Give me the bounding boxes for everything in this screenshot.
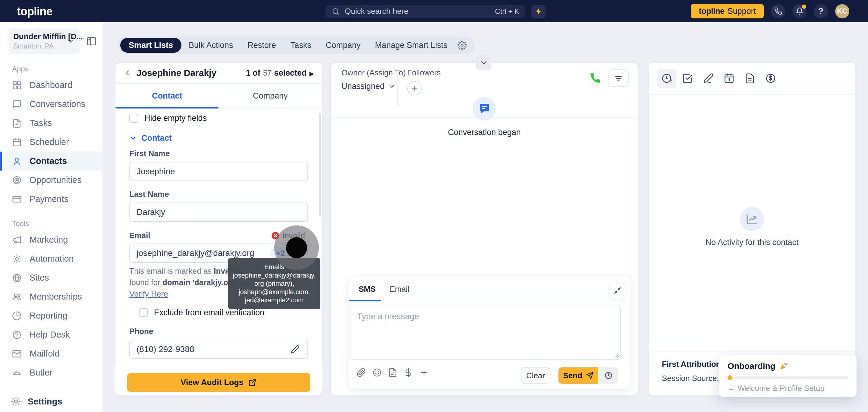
template-icon[interactable] — [388, 368, 398, 377]
add-more-icon[interactable] — [419, 368, 429, 377]
tab-bulk-actions[interactable]: Bulk Actions — [181, 41, 240, 50]
help-button[interactable]: ? — [814, 4, 828, 19]
sidebar-item-tasks[interactable]: Tasks — [0, 114, 102, 133]
notifications-button[interactable] — [792, 4, 807, 19]
sidebar-item-scheduler[interactable]: Scheduler — [0, 133, 102, 152]
payment-request-icon[interactable] — [404, 368, 413, 377]
sidebar-collapse-button[interactable] — [86, 36, 97, 47]
quick-actions-button[interactable] — [531, 5, 546, 18]
minimize-composer-button[interactable] — [609, 282, 626, 299]
quick-search-input[interactable]: Quick search here Ctrl + K — [326, 5, 525, 18]
dashboard-icon — [12, 81, 22, 90]
sidebar-item-marketing[interactable]: Marketing — [0, 230, 102, 249]
dollar-circle-icon — [765, 73, 776, 84]
support-button[interactable]: topline Support — [691, 4, 764, 19]
hide-empty-fields-toggle[interactable]: Hide empty fields — [129, 114, 308, 123]
help-icon: ? — [818, 6, 824, 16]
tab-email[interactable]: Email — [390, 277, 409, 301]
tab-contact-company[interactable]: Company — [219, 84, 322, 108]
sidebar-item-label: Memberships — [30, 292, 82, 302]
notification-dot — [802, 4, 806, 9]
tab-sms[interactable]: SMS — [359, 277, 375, 301]
back-chevron-icon[interactable] — [123, 69, 132, 77]
audit-button-label: View Audit Logs — [181, 378, 244, 387]
conversation-empty-label: Conversation began — [331, 128, 638, 137]
workspace-selector[interactable]: Dunder Mifflin [D... Scranton, PA — [8, 28, 80, 54]
sidebar-item-sites[interactable]: Sites — [0, 268, 102, 287]
divider — [649, 94, 855, 95]
sidebar-item-label: Opportunities — [30, 175, 82, 185]
sidebar-item-reporting[interactable]: Reporting — [0, 306, 102, 325]
owner-dropdown[interactable]: Unassigned — [341, 82, 406, 91]
tools-section-label: Tools — [12, 219, 102, 228]
activity-tasks-tab[interactable] — [678, 69, 697, 88]
contact-name: Josephine Darakjy — [136, 68, 246, 78]
app-logo: topline — [17, 5, 53, 18]
tab-contact[interactable]: Contact — [116, 84, 219, 108]
invalid-icon — [271, 231, 280, 240]
first-name-field[interactable] — [129, 162, 308, 181]
sidebar-item-opportunities[interactable]: Opportunities — [0, 170, 102, 190]
tab-manage-smart-lists[interactable]: Manage Smart Lists — [368, 41, 455, 50]
more-emails-pill[interactable]: +2 — [271, 247, 290, 259]
sidebar-item-butler[interactable]: Butler — [0, 363, 102, 382]
contact-panel-scrollbar[interactable] — [319, 113, 321, 216]
mail-icon — [12, 349, 22, 359]
emoji-icon[interactable] — [372, 368, 382, 377]
onboarding-step-link[interactable]: → Welcome & Profile Setup — [727, 384, 848, 393]
sidebar-item-dashboard[interactable]: Dashboard — [0, 76, 102, 95]
hide-empty-checkbox[interactable] — [129, 114, 138, 123]
activity-payments-tab[interactable] — [761, 69, 780, 88]
sidebar-item-automation[interactable]: Automation — [0, 249, 102, 268]
conversation-filter-button[interactable] — [608, 69, 629, 87]
send-icon — [586, 372, 594, 379]
schedule-send-button[interactable] — [598, 368, 618, 384]
message-input[interactable] — [350, 306, 621, 360]
sidebar-item-help-desk[interactable]: Help Desk — [0, 325, 102, 344]
sidebar-item-conversations[interactable]: Conversations — [0, 95, 102, 114]
sidebar-item-mailfold[interactable]: Mailfold — [0, 344, 102, 363]
attachment-icon[interactable] — [356, 368, 366, 377]
tab-tasks[interactable]: Tasks — [283, 41, 318, 50]
send-button[interactable]: Send — [558, 368, 598, 384]
clear-button[interactable]: Clear — [521, 368, 550, 384]
sidebar-item-label: Help Desk — [30, 330, 70, 340]
view-audit-logs-button[interactable]: View Audit Logs — [127, 373, 310, 392]
exclude-verification-checkbox[interactable] — [139, 308, 148, 317]
phone-field[interactable] — [129, 340, 308, 359]
tab-company[interactable]: Company — [318, 41, 368, 50]
exclude-verification-toggle[interactable]: Exclude from email verification — [129, 308, 308, 317]
user-avatar[interactable]: KC — [835, 4, 849, 19]
tab-restore[interactable]: Restore — [240, 41, 283, 50]
activity-notes-tab[interactable] — [699, 69, 718, 88]
document-icon — [744, 73, 755, 84]
active-tab-underline — [116, 107, 218, 108]
tab-smart-lists[interactable]: Smart Lists — [120, 38, 181, 53]
sidebar-item-memberships[interactable]: Memberships — [0, 287, 102, 306]
next-contact-icon[interactable]: ▶ — [310, 70, 314, 77]
edit-phone-icon[interactable] — [290, 345, 300, 354]
add-follower-button[interactable] — [407, 81, 422, 96]
workspace-name: Dunder Mifflin [D... — [13, 32, 65, 41]
sidebar-item-contacts[interactable]: Contacts — [0, 152, 102, 170]
filter-icon — [614, 73, 623, 83]
call-contact-button[interactable] — [590, 72, 601, 84]
exclude-verification-label: Exclude from email verification — [154, 308, 264, 317]
contact-section-label: Contact — [141, 133, 172, 143]
contact-pagination[interactable]: 1 of 57 selected ▶ — [246, 68, 314, 78]
sidebar-item-settings[interactable]: Settings — [0, 393, 102, 410]
conversations-icon — [12, 99, 22, 109]
pagination-suffix: selected — [274, 68, 307, 78]
sidebar-item-payments[interactable]: Payments — [0, 190, 102, 209]
activity-documents-tab[interactable] — [740, 69, 760, 88]
sidebar-item-label: Mailfold — [30, 349, 60, 359]
workspace-location: Scranton, PA — [13, 42, 65, 50]
last-name-field[interactable] — [129, 202, 308, 222]
contact-fields-scroll-area[interactable]: Hide empty fields Contact First Name Las… — [116, 108, 322, 368]
dialer-button[interactable] — [771, 4, 785, 19]
activity-appointments-tab[interactable] — [719, 69, 739, 88]
activity-history-tab[interactable] — [657, 69, 676, 88]
contact-section-toggle[interactable]: Contact — [129, 133, 308, 143]
toolbar-gear-icon[interactable] — [458, 41, 467, 50]
invalid-badge-label: Invalid — [282, 231, 305, 240]
